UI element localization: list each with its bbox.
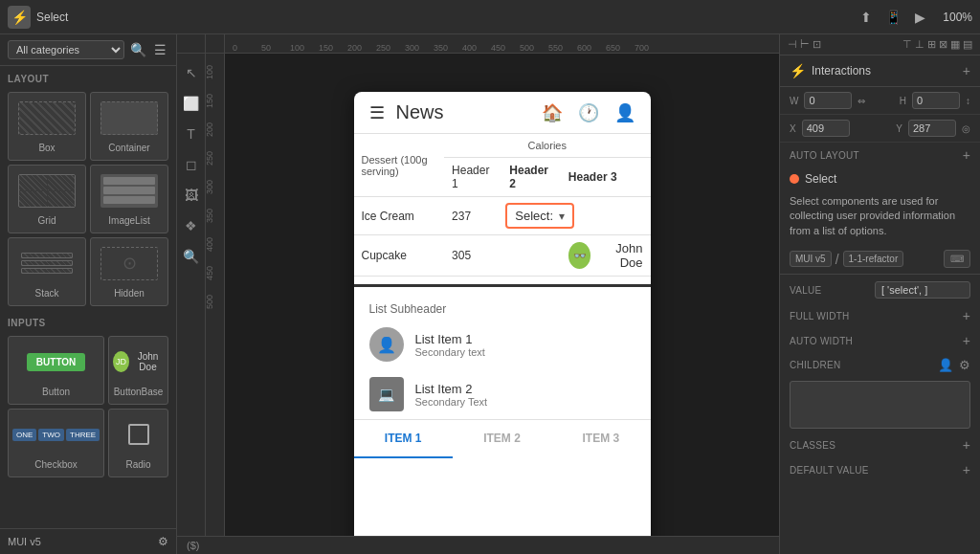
app-icon[interactable]: ⚡ bbox=[8, 6, 31, 29]
add-auto-width-icon[interactable]: + bbox=[963, 333, 970, 348]
layout-grid: Box Container Grid ImageList Stack ⊙ Hid… bbox=[0, 88, 176, 310]
h-input[interactable] bbox=[912, 92, 960, 109]
layout-item-box[interactable]: Box bbox=[8, 92, 86, 161]
classes-row[interactable]: CLASSES + bbox=[780, 432, 980, 457]
home-icon[interactable]: 🏠 bbox=[542, 102, 563, 123]
value-row: VALUE [ 'select', ] bbox=[780, 277, 980, 303]
phone-topbar: ☰ News 🏠 🕐 👤 bbox=[354, 92, 651, 134]
input-item-button[interactable]: BUTTON Button bbox=[8, 336, 104, 405]
children-textarea[interactable] bbox=[790, 381, 970, 429]
layout-item-grid[interactable]: Grid bbox=[8, 165, 86, 233]
auto-layout-row[interactable]: AUTO LAYOUT + bbox=[780, 143, 980, 167]
component-badge-row: Select bbox=[780, 167, 980, 190]
button-preview: BUTTON bbox=[27, 353, 85, 371]
value-label: VALUE bbox=[790, 285, 822, 296]
full-width-row[interactable]: FULL WIDTH + bbox=[780, 303, 980, 328]
align-middle-icon[interactable]: ⊥ bbox=[915, 38, 924, 51]
phone-title: News bbox=[396, 101, 542, 123]
default-value-row[interactable]: DEFAULT VALUE + bbox=[780, 457, 980, 482]
add-class-icon[interactable]: + bbox=[963, 437, 970, 453]
search-canvas-icon[interactable]: 🔍 bbox=[179, 245, 203, 268]
ruler-mark: 200 bbox=[347, 43, 376, 53]
input-item-checkbox-label: Checkbox bbox=[34, 459, 77, 470]
table-cell-select[interactable]: Select: ▾ bbox=[501, 197, 650, 235]
component-name: Select bbox=[805, 172, 836, 186]
cursor-icon[interactable]: ↖ bbox=[182, 61, 201, 84]
user-icon[interactable]: 👤 bbox=[614, 102, 635, 123]
children-settings-icon[interactable]: ⚙ bbox=[959, 358, 970, 372]
tabs-preview: ONETWOTHREE bbox=[12, 429, 100, 441]
ruler-mark: 300 bbox=[405, 43, 434, 53]
input-item-buttonbase[interactable]: JD John Doe ButtonBase bbox=[108, 336, 168, 405]
view-code-button[interactable]: ⌨ bbox=[944, 250, 970, 268]
frame-icon[interactable]: ⬜ bbox=[179, 92, 203, 115]
version-label[interactable]: MUI v5 bbox=[8, 536, 41, 547]
image-icon[interactable]: 🖼 bbox=[181, 184, 202, 207]
x-label: X bbox=[790, 123, 796, 134]
h-label: H bbox=[900, 96, 906, 106]
export-icon[interactable]: ⬆ bbox=[857, 8, 876, 27]
children-person-icon[interactable]: 👤 bbox=[938, 358, 953, 372]
distribute-icon[interactable]: ⊞ bbox=[927, 38, 936, 51]
align-center-h-icon[interactable]: ⊢ bbox=[800, 38, 810, 51]
add-auto-layout-icon[interactable]: + bbox=[963, 147, 970, 163]
layout-icon[interactable]: ▦ bbox=[950, 38, 960, 51]
spacing-icon[interactable]: ▤ bbox=[963, 38, 972, 51]
add-full-width-icon[interactable]: + bbox=[963, 308, 970, 323]
layout-item-imagelist-label: ImageList bbox=[108, 215, 149, 226]
align-top-icon[interactable]: ⊤ bbox=[902, 38, 912, 51]
input-item-radio[interactable]: Radio bbox=[108, 409, 168, 477]
interactions-label: Interactions bbox=[812, 64, 871, 78]
children-label: CHILDREN bbox=[790, 360, 841, 370]
input-item-checkbox[interactable]: ONETWOTHREE Checkbox bbox=[8, 409, 104, 477]
w-input[interactable] bbox=[804, 92, 852, 109]
shape-icon[interactable]: ◻ bbox=[182, 153, 201, 176]
ruler-mark: 0 bbox=[233, 43, 261, 53]
layout-item-stack[interactable]: Stack bbox=[8, 237, 86, 306]
ruler-left-mark: 450 bbox=[206, 258, 224, 287]
align-left-icon[interactable]: ⊣ bbox=[788, 38, 797, 51]
tab-item-1[interactable]: ITEM 1 bbox=[354, 420, 453, 458]
gear-icon[interactable]: ⚙ bbox=[158, 535, 168, 548]
left-bottom-bar: MUI v5 ⚙ bbox=[0, 528, 176, 554]
left-panel: All categories 🔍 ☰ LAYOUT Box Container … bbox=[0, 34, 177, 554]
tab-item-3[interactable]: ITEM 3 bbox=[551, 420, 650, 458]
add-interaction-button[interactable]: + bbox=[963, 63, 970, 78]
table-cell-cupcake-name: Cupcake bbox=[354, 235, 445, 277]
align-right-icon[interactable]: ⊡ bbox=[813, 38, 821, 51]
auto-width-row[interactable]: AUTO WIDTH + bbox=[780, 328, 980, 353]
hamburger-icon[interactable]: ☰ bbox=[369, 102, 385, 123]
layout-item-imagelist[interactable]: ImageList bbox=[90, 165, 168, 233]
list-icon[interactable]: ☰ bbox=[152, 40, 168, 59]
device-icon[interactable]: 📱 bbox=[881, 8, 905, 27]
value-field[interactable]: [ 'select', ] bbox=[875, 281, 970, 299]
table-cell-cupcake-val: 305 bbox=[444, 235, 501, 277]
list-item-2-secondary: Secondary Text bbox=[415, 396, 488, 408]
layout-item-hidden[interactable]: ⊙ Hidden bbox=[90, 237, 168, 306]
component-icon[interactable]: ❖ bbox=[181, 214, 201, 237]
zoom-level[interactable]: 100% bbox=[943, 11, 972, 24]
x-input[interactable] bbox=[802, 120, 850, 137]
tab-item-2[interactable]: ITEM 2 bbox=[453, 420, 551, 458]
divider bbox=[780, 274, 980, 275]
history-icon[interactable]: 🕐 bbox=[578, 102, 599, 123]
category-filter[interactable]: All categories bbox=[8, 40, 124, 59]
layout-item-hidden-label: Hidden bbox=[114, 288, 145, 299]
text-icon[interactable]: T bbox=[183, 122, 199, 145]
divider bbox=[354, 284, 651, 287]
play-icon[interactable]: ▶ bbox=[911, 8, 929, 27]
distribute-v-icon[interactable]: ⊠ bbox=[939, 38, 947, 51]
dimensions-row: W ⇔ H ↕ bbox=[780, 87, 980, 115]
search-icon[interactable]: 🔍 bbox=[128, 40, 148, 59]
add-default-value-icon[interactable]: + bbox=[963, 462, 970, 477]
select-box[interactable]: Select: ▾ bbox=[505, 203, 574, 229]
layout-item-container[interactable]: Container bbox=[90, 92, 168, 161]
ruler-left-mark: 300 bbox=[206, 172, 224, 201]
auto-width-label: AUTO WIDTH bbox=[790, 336, 853, 346]
select-label: Select: bbox=[515, 209, 553, 223]
top-icons: ⬆ 📱 ▶ bbox=[857, 8, 929, 27]
list-item-1-secondary: Secondary text bbox=[415, 346, 485, 358]
data-table: Dessert (100g serving) Calories Header 1… bbox=[354, 134, 651, 277]
right-panel: ⊣ ⊢ ⊡ ⊤ ⊥ ⊞ ⊠ ▦ ▤ ⚡ Interactions + W ⇔ bbox=[779, 34, 980, 554]
y-input[interactable] bbox=[908, 120, 956, 137]
